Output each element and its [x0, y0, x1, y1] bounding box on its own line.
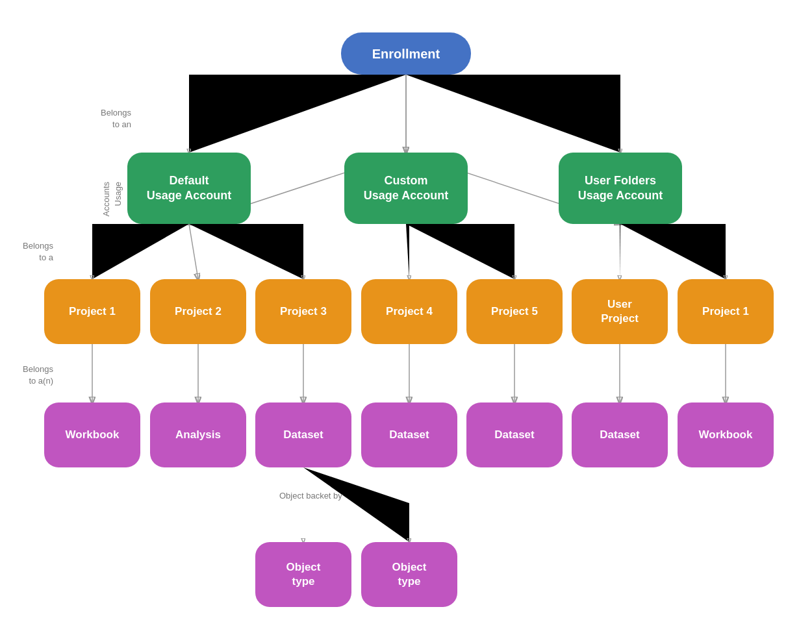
- dataset-3-node: Dataset: [466, 402, 563, 467]
- belongs-to-a-label: Belongsto a: [23, 240, 53, 264]
- usage-accounts-label: UsageAccounts: [101, 182, 124, 216]
- project-4-node: Project 4: [361, 279, 457, 344]
- object-bucket-by-label: Object backet by: [279, 490, 342, 502]
- user-folders-usage-account-node: User FoldersUsage Account: [559, 153, 682, 224]
- belongs-to-an2-label: Belongsto a(n): [23, 364, 53, 387]
- project-3-node: Project 3: [255, 279, 351, 344]
- workbook-2-node: Workbook: [678, 402, 774, 467]
- workbook-1-node: Workbook: [44, 402, 140, 467]
- enrollment-node: Enrollment: [341, 32, 471, 75]
- user-project-node: UserProject: [572, 279, 668, 344]
- project-5-node: Project 5: [466, 279, 563, 344]
- dataset-4-node: Dataset: [572, 402, 668, 467]
- object-type-2-node: Objecttype: [361, 542, 457, 607]
- analysis-node: Analysis: [150, 402, 246, 467]
- project-1a-node: Project 1: [44, 279, 140, 344]
- dataset-1-node: Dataset: [255, 402, 351, 467]
- belongs-to-an-label: Belongsto an: [101, 107, 131, 130]
- svg-line-4: [189, 224, 198, 279]
- dataset-2-node: Dataset: [361, 402, 457, 467]
- project-1b-node: Project 1: [678, 279, 774, 344]
- diagram: Enrollment Belongsto an UsageAccounts Be…: [0, 0, 812, 644]
- object-type-1-node: Objecttype: [255, 542, 351, 607]
- default-usage-account-node: DefaultUsage Account: [127, 153, 251, 224]
- project-2-node: Project 2: [150, 279, 246, 344]
- custom-usage-account-node: CustomUsage Account: [344, 153, 468, 224]
